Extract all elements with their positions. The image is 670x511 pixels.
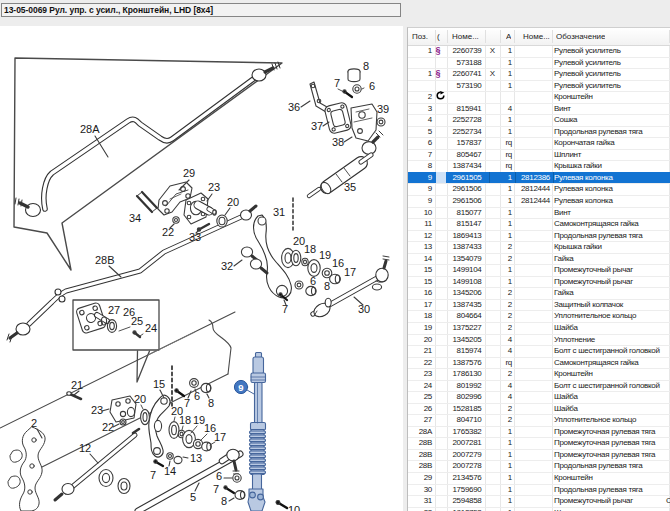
svg-text:7: 7 xyxy=(150,469,156,481)
svg-text:15: 15 xyxy=(153,378,165,390)
svg-text:35: 35 xyxy=(344,181,356,193)
svg-text:5: 5 xyxy=(190,491,196,503)
svg-text:6: 6 xyxy=(369,80,375,92)
svg-text:7: 7 xyxy=(282,303,288,315)
svg-text:36: 36 xyxy=(288,101,300,113)
svg-text:9: 9 xyxy=(238,382,243,393)
svg-text:8: 8 xyxy=(324,280,330,292)
svg-text:38: 38 xyxy=(332,136,344,148)
svg-text:18: 18 xyxy=(304,243,316,255)
svg-text:8: 8 xyxy=(208,397,214,409)
svg-text:7: 7 xyxy=(334,77,340,89)
svg-text:23: 23 xyxy=(91,404,103,416)
svg-text:21: 21 xyxy=(71,379,83,391)
svg-text:12: 12 xyxy=(79,442,91,454)
svg-text:7: 7 xyxy=(213,483,219,495)
svg-text:23: 23 xyxy=(208,181,220,193)
svg-text:22: 22 xyxy=(102,421,114,433)
svg-text:18: 18 xyxy=(179,414,191,426)
svg-text:31: 31 xyxy=(273,206,285,218)
svg-text:16: 16 xyxy=(332,257,344,269)
svg-text:8: 8 xyxy=(363,60,369,72)
svg-text:37: 37 xyxy=(311,120,323,132)
svg-text:29: 29 xyxy=(183,167,195,179)
svg-text:14: 14 xyxy=(164,465,176,477)
svg-text:30: 30 xyxy=(358,303,370,315)
svg-text:33: 33 xyxy=(189,231,201,243)
svg-text:2: 2 xyxy=(31,417,37,429)
svg-text:10: 10 xyxy=(288,504,300,511)
svg-text:17: 17 xyxy=(214,431,226,443)
svg-text:32: 32 xyxy=(221,260,233,272)
svg-text:6: 6 xyxy=(310,275,316,287)
svg-text:27: 27 xyxy=(108,304,120,316)
svg-text:20: 20 xyxy=(227,196,239,208)
svg-text:25: 25 xyxy=(131,315,143,327)
svg-text:6: 6 xyxy=(216,470,222,482)
svg-text:39: 39 xyxy=(377,103,389,115)
svg-text:28B: 28B xyxy=(95,254,115,266)
svg-text:7: 7 xyxy=(184,397,190,409)
svg-text:17: 17 xyxy=(344,266,356,278)
svg-text:28A: 28A xyxy=(80,123,100,135)
svg-text:8: 8 xyxy=(221,495,227,507)
svg-text:24: 24 xyxy=(145,322,157,334)
svg-text:34: 34 xyxy=(129,212,141,224)
svg-text:22: 22 xyxy=(162,226,174,238)
svg-text:13: 13 xyxy=(190,452,202,464)
svg-text:19: 19 xyxy=(319,249,331,261)
svg-text:6: 6 xyxy=(194,390,200,402)
